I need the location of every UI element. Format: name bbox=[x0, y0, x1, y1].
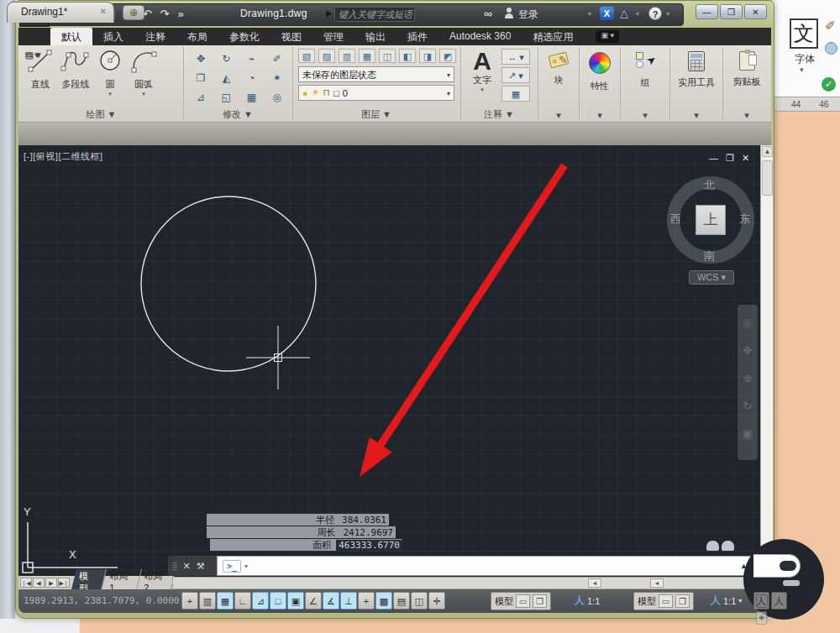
layer-tool[interactable]: ◫ bbox=[379, 49, 396, 63]
clipboard-tool[interactable]: 剪贴板 bbox=[723, 51, 770, 88]
properties-tool[interactable]: 特性 bbox=[580, 52, 620, 92]
layout-nav-button[interactable]: ❘◀ bbox=[20, 578, 32, 588]
drafting-toggle-button[interactable]: ▤ bbox=[393, 592, 410, 609]
drafting-toggle-button[interactable]: ∟ bbox=[234, 592, 251, 609]
layer-lock-icon[interactable]: ⊓ bbox=[323, 87, 331, 98]
sign-in-caret-icon[interactable]: ▾ bbox=[588, 10, 591, 18]
qat-button[interactable]: ↷ bbox=[160, 8, 170, 20]
panel-group-caret[interactable]: ▾ bbox=[621, 110, 669, 121]
annotation-tool[interactable]: ▦ bbox=[501, 86, 530, 102]
quick-view-drawings-icon[interactable]: ❐ bbox=[675, 594, 690, 608]
layout-nav-button[interactable]: ◀ bbox=[33, 578, 45, 588]
drafting-toggle-button[interactable]: □ bbox=[270, 592, 286, 609]
annotation-tool[interactable]: ↔ ▾ bbox=[501, 49, 530, 65]
drafting-toggle-button[interactable]: + bbox=[181, 592, 198, 609]
viewcube-east[interactable]: 东 bbox=[739, 212, 750, 227]
search-binoculars-icon[interactable]: ∞ bbox=[484, 7, 492, 20]
ribbon-tab[interactable]: 精选应用 bbox=[522, 28, 584, 45]
drafting-toggle-button[interactable]: ▩ bbox=[375, 592, 392, 609]
viewcube-south[interactable]: 南 bbox=[704, 248, 715, 264]
a360-caret-icon[interactable]: ▾ bbox=[636, 10, 639, 18]
new-drawing-tab-button[interactable]: ⊕ bbox=[123, 5, 144, 20]
command-close-icon[interactable]: ✕ bbox=[183, 561, 191, 572]
ribbon-tab[interactable]: 默认 bbox=[50, 28, 92, 45]
shape-tool-icon[interactable] bbox=[825, 42, 837, 55]
drafting-toggle-button[interactable]: ✛ bbox=[428, 592, 445, 609]
modify-tool[interactable]: ◱ bbox=[216, 89, 236, 106]
annotation-scale[interactable]: 人 1:1 bbox=[575, 594, 600, 608]
layer-freeze-icon[interactable]: ☀ bbox=[312, 87, 320, 98]
polyline-tool[interactable]: 多段线 bbox=[57, 49, 94, 91]
viewport-control-button[interactable]: ❐ bbox=[726, 153, 734, 164]
panel-clipboard-caret[interactable]: ▾ bbox=[723, 110, 770, 121]
ribbon-tab[interactable]: Autodesk 360 bbox=[438, 28, 522, 45]
panel-utilities-caret[interactable]: ▾ bbox=[670, 110, 722, 121]
layout-nav-button[interactable]: ▶❘ bbox=[58, 578, 70, 588]
navbar-tool-icon[interactable]: ✥ bbox=[743, 344, 753, 357]
drag-grip-icon[interactable]: ⣿ bbox=[172, 562, 177, 570]
group-tool[interactable]: ➤ 组 bbox=[621, 52, 669, 89]
panel-draw-label[interactable]: 绘图 ▼ bbox=[20, 108, 182, 121]
arc-caret-icon[interactable]: ▾ bbox=[128, 91, 160, 97]
drafting-toggle-button[interactable]: ◫ bbox=[411, 592, 428, 609]
command-line-handle[interactable]: ⣿ ✕ ⚒ bbox=[168, 556, 217, 576]
modify-tool[interactable]: ❐ bbox=[191, 70, 211, 86]
drafting-toggle-button[interactable]: ▣ bbox=[287, 592, 304, 609]
title-play-icon[interactable]: ▶ bbox=[326, 8, 333, 18]
layer-tool[interactable]: ▦ bbox=[359, 49, 375, 63]
ribbon-tab[interactable]: 布局 bbox=[176, 28, 218, 45]
layer-tool[interactable]: ▨ bbox=[318, 49, 335, 63]
drafting-toggle-button[interactable]: ∠ bbox=[305, 592, 322, 609]
layer-tool[interactable]: ▥ bbox=[339, 49, 355, 63]
command-input[interactable]: >_ ▾ ▲ bbox=[217, 556, 753, 576]
wcs-dropdown[interactable]: WCS ▾ bbox=[689, 270, 734, 285]
layer-dropdown[interactable]: ● ☀ ⊓ □ 0 ▾ bbox=[298, 85, 454, 101]
navbar-tool-icon[interactable]: ⊕ bbox=[743, 372, 753, 385]
viewcube-north[interactable]: 北 bbox=[704, 178, 715, 193]
scrollbar-thumb[interactable] bbox=[762, 160, 773, 196]
modify-tool[interactable]: ◔ bbox=[242, 70, 262, 86]
drafting-toggle-button[interactable]: ▦ bbox=[217, 592, 234, 609]
annotation-scale-dropdown[interactable]: 人 1:1 ▾ bbox=[711, 594, 742, 608]
exchange-apps-icon[interactable]: X bbox=[600, 7, 614, 20]
quick-view-layouts-icon[interactable]: ▭ bbox=[659, 594, 673, 608]
layer-on-icon[interactable]: ● bbox=[302, 88, 308, 98]
font-tool-icon[interactable]: 文 bbox=[790, 18, 818, 49]
block-tool[interactable]: ✎ 块 bbox=[538, 52, 579, 86]
search-input[interactable]: 键入关键字或短语 bbox=[334, 7, 415, 22]
file-tab-drawing1[interactable]: Drawing1* ✕ bbox=[7, 2, 114, 23]
model-button[interactable]: 模型 bbox=[638, 595, 656, 608]
ribbon-tab[interactable]: 输出 bbox=[354, 28, 396, 45]
drafting-toggle-button[interactable]: ▥ bbox=[199, 592, 216, 609]
brush-icon[interactable]: ✐ bbox=[825, 18, 836, 34]
modify-tool[interactable]: ⌁ bbox=[242, 50, 262, 67]
panel-block-caret[interactable]: ▾ bbox=[538, 110, 579, 121]
scroll-left-icon[interactable]: ◂ bbox=[588, 578, 601, 588]
ribbon-tab[interactable]: 管理 bbox=[312, 28, 354, 45]
ribbon-tab[interactable]: 插件 bbox=[396, 28, 438, 45]
utilities-tool[interactable]: 实用工具 bbox=[670, 51, 722, 89]
scroll-left-icon[interactable]: ◂ bbox=[650, 578, 664, 588]
panel-layers-label[interactable]: 图层 ▼ bbox=[293, 108, 459, 121]
arc-tool[interactable]: 圆弧 ▾ bbox=[128, 49, 160, 97]
viewport-label[interactable]: [-][俯视][二维线框] bbox=[24, 150, 103, 163]
qat-button[interactable]: » bbox=[178, 8, 184, 20]
modify-tool[interactable]: ✐ bbox=[267, 50, 287, 67]
panel-modify-label[interactable]: 修改 ▼ bbox=[184, 108, 291, 121]
annotation-autoscale-icon[interactable]: 人 bbox=[771, 592, 787, 609]
circle-caret-icon[interactable]: ▾ bbox=[94, 91, 126, 97]
window-control-button[interactable]: ✕ bbox=[744, 4, 767, 19]
ribbon-tab[interactable]: 注释 bbox=[134, 28, 176, 45]
layer-tool[interactable]: ◧ bbox=[399, 49, 416, 63]
sign-in-button[interactable]: 登录 bbox=[518, 8, 538, 22]
check-icon[interactable]: ✓ bbox=[822, 77, 836, 92]
drafting-toggle-button[interactable]: ∡ bbox=[323, 592, 339, 609]
autodesk360-icon[interactable]: △ bbox=[620, 7, 628, 19]
model-button[interactable]: 模型 bbox=[495, 595, 513, 608]
modify-tool[interactable]: ▦ bbox=[242, 89, 262, 106]
vertical-scrollbar[interactable]: ▲ bbox=[760, 145, 773, 577]
drafting-toggle-button[interactable]: ⊿ bbox=[252, 592, 269, 609]
modify-tool[interactable]: ↻ bbox=[216, 50, 236, 67]
modify-tool[interactable]: ✶ bbox=[267, 70, 287, 86]
panel-annotation-label[interactable]: 注释 ▼ bbox=[461, 108, 537, 121]
